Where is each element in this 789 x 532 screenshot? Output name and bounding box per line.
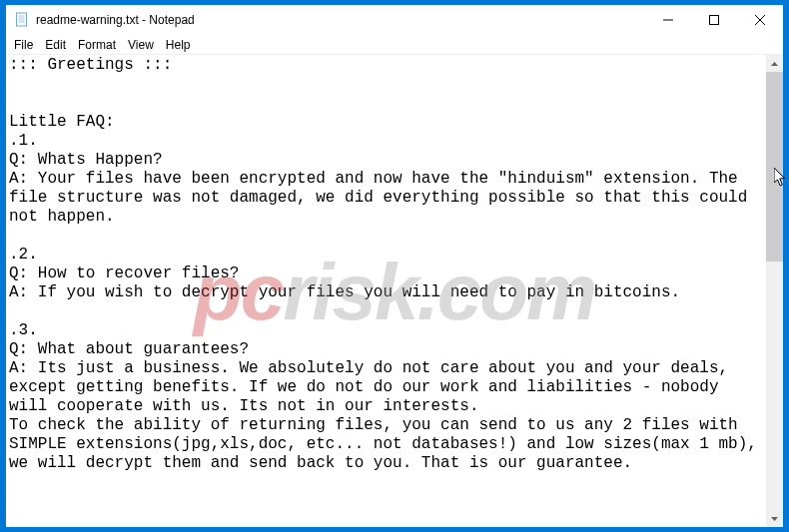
- notepad-icon: [14, 12, 30, 28]
- menu-view[interactable]: View: [122, 37, 160, 53]
- svg-line-8: [755, 15, 765, 25]
- minimize-button[interactable]: [645, 5, 691, 35]
- svg-rect-6: [710, 16, 719, 25]
- close-button[interactable]: [737, 5, 783, 35]
- menu-format[interactable]: Format: [72, 37, 122, 53]
- titlebar[interactable]: readme-warning.txt - Notepad: [6, 5, 783, 35]
- scroll-down-button[interactable]: [766, 510, 783, 527]
- scroll-thumb[interactable]: [766, 72, 783, 262]
- menu-help[interactable]: Help: [160, 37, 197, 53]
- scroll-up-button[interactable]: [766, 55, 783, 72]
- vertical-scrollbar[interactable]: [766, 55, 783, 527]
- maximize-button[interactable]: [691, 5, 737, 35]
- menu-file[interactable]: File: [8, 37, 39, 53]
- svg-marker-10: [771, 517, 778, 521]
- editor-area: [6, 54, 783, 527]
- svg-marker-9: [771, 62, 778, 66]
- window-controls: [645, 5, 783, 35]
- menubar: File Edit Format View Help: [6, 35, 783, 54]
- notepad-window: readme-warning.txt - Notepad File Edit F…: [5, 4, 784, 528]
- window-title: readme-warning.txt - Notepad: [36, 13, 645, 27]
- svg-line-7: [755, 15, 765, 25]
- text-editor[interactable]: [6, 55, 766, 527]
- menu-edit[interactable]: Edit: [39, 37, 72, 53]
